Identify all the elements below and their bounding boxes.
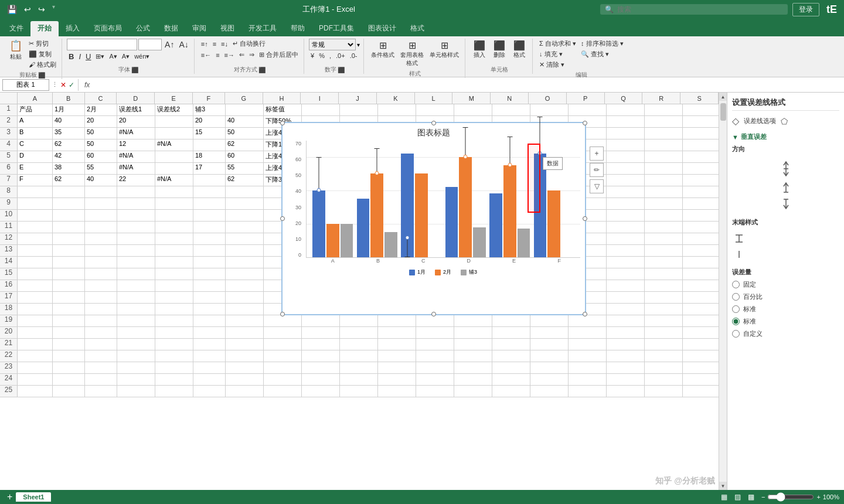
scroll-up-arrow[interactable]: ▲: [719, 93, 727, 101]
cell[interactable]: [85, 268, 117, 280]
cell[interactable]: [226, 280, 264, 291]
cell[interactable]: [683, 186, 719, 197]
cell[interactable]: [607, 151, 645, 162]
cell[interactable]: [645, 104, 683, 115]
cell[interactable]: 62: [226, 139, 264, 151]
cell[interactable]: [340, 362, 378, 373]
quick-access-more[interactable]: ▾: [50, 4, 57, 15]
cell[interactable]: 辅3: [193, 104, 226, 115]
vertical-scrollbar[interactable]: ▲ ▼: [719, 93, 727, 490]
tab-format[interactable]: 格式: [403, 21, 431, 36]
cell[interactable]: [378, 386, 416, 397]
cell[interactable]: [85, 198, 117, 209]
cell[interactable]: [569, 104, 607, 115]
cell[interactable]: [378, 350, 416, 362]
cell[interactable]: [53, 315, 85, 326]
redo-button[interactable]: ↪: [36, 4, 47, 15]
cell[interactable]: [155, 268, 193, 280]
font-size-increase-btn[interactable]: A↑: [163, 39, 176, 50]
cell[interactable]: 35: [53, 128, 85, 139]
chart-style-btn[interactable]: ✏: [590, 163, 604, 177]
cell[interactable]: [53, 280, 85, 291]
cell[interactable]: [53, 362, 85, 373]
col-header-H[interactable]: H: [263, 93, 301, 104]
col-header-C[interactable]: C: [85, 93, 117, 104]
formula-input[interactable]: [94, 79, 842, 91]
cell[interactable]: [416, 350, 454, 362]
cell[interactable]: [645, 233, 683, 244]
cell[interactable]: [155, 374, 193, 385]
cell[interactable]: [85, 327, 117, 338]
cell[interactable]: [683, 268, 719, 280]
cell[interactable]: 18: [193, 151, 226, 162]
cell[interactable]: [340, 350, 378, 362]
cell[interactable]: [645, 245, 683, 256]
cell[interactable]: [645, 210, 683, 221]
cell[interactable]: [569, 327, 607, 338]
cell[interactable]: [607, 233, 645, 244]
cell[interactable]: [117, 198, 155, 209]
cell[interactable]: [53, 304, 85, 315]
cell[interactable]: [607, 139, 645, 151]
cell[interactable]: D: [18, 151, 53, 162]
cell[interactable]: [53, 245, 85, 256]
cell[interactable]: [226, 292, 264, 303]
cell[interactable]: [155, 362, 193, 373]
cell[interactable]: [607, 292, 645, 303]
cell[interactable]: [53, 210, 85, 221]
cell[interactable]: [85, 350, 117, 362]
bar-s2-C[interactable]: [415, 173, 428, 257]
cell[interactable]: [155, 304, 193, 315]
cell[interactable]: [53, 233, 85, 244]
cell[interactable]: [607, 268, 645, 280]
cell[interactable]: [53, 198, 85, 209]
cell[interactable]: [340, 339, 378, 350]
scroll-thumb-v[interactable]: [720, 103, 726, 121]
col-header-P[interactable]: P: [567, 93, 605, 104]
cell[interactable]: [264, 315, 302, 326]
chart-handle-tr[interactable]: [583, 121, 587, 125]
cell[interactable]: [117, 350, 155, 362]
copy-button[interactable]: ⬛ 复制: [27, 49, 58, 59]
cell[interactable]: [193, 257, 226, 268]
cell[interactable]: [155, 350, 193, 362]
cell[interactable]: [607, 198, 645, 209]
align-bottom-button[interactable]: ≡↓: [219, 39, 230, 49]
cell[interactable]: [645, 175, 683, 186]
cell[interactable]: [683, 245, 719, 256]
cell[interactable]: [226, 386, 264, 397]
currency-btn[interactable]: ¥: [309, 52, 316, 60]
cell[interactable]: [492, 362, 530, 373]
cell[interactable]: 38: [53, 163, 85, 174]
cell[interactable]: [155, 151, 193, 162]
cell[interactable]: [302, 350, 340, 362]
cell[interactable]: 60: [226, 151, 264, 162]
chart-handle-tm[interactable]: [431, 121, 436, 125]
cell[interactable]: [378, 339, 416, 350]
cell[interactable]: [226, 210, 264, 221]
cell[interactable]: [193, 280, 226, 291]
cell[interactable]: 17: [193, 163, 226, 174]
cell[interactable]: [569, 339, 607, 350]
cell[interactable]: [378, 315, 416, 326]
bar-s1-E[interactable]: [489, 193, 502, 257]
cell[interactable]: [193, 327, 226, 338]
align-middle-button[interactable]: ≡: [211, 39, 218, 49]
cell[interactable]: [85, 280, 117, 291]
indent-inc-button[interactable]: ⇒: [247, 50, 256, 60]
tab-formulas[interactable]: 公式: [129, 21, 157, 36]
cell[interactable]: [155, 257, 193, 268]
cell[interactable]: [226, 257, 264, 268]
cell[interactable]: 标签值: [264, 104, 302, 115]
underline-button[interactable]: U: [84, 52, 93, 62]
bar-s1-B[interactable]: [357, 199, 370, 257]
cell[interactable]: [193, 222, 226, 233]
cell[interactable]: 50: [85, 128, 117, 139]
cell[interactable]: [683, 350, 719, 362]
cell[interactable]: [193, 315, 226, 326]
cell[interactable]: [683, 139, 719, 151]
collapse-icon[interactable]: ▼: [732, 134, 738, 141]
formula-bar-menu-icon[interactable]: ⋮: [52, 81, 58, 88]
cell[interactable]: [226, 245, 264, 256]
radio-custom-input[interactable]: [732, 330, 740, 338]
